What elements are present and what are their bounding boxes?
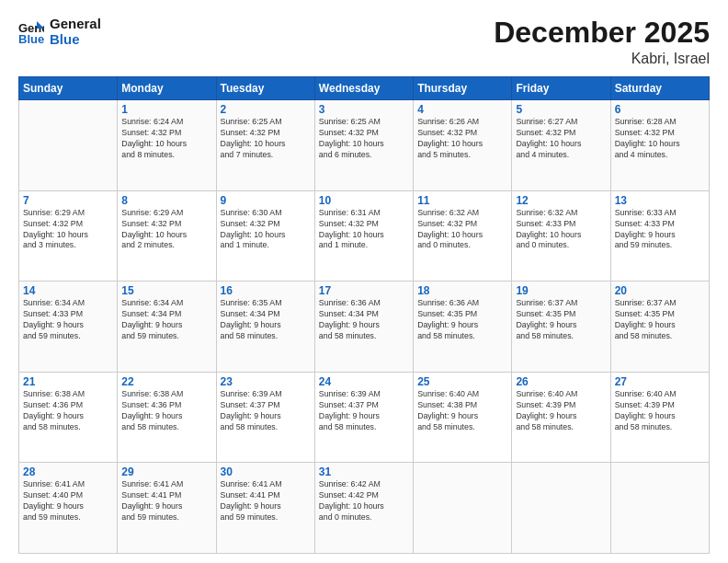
day-number: 10 (319, 194, 409, 207)
day-header-saturday: Saturday (610, 77, 709, 100)
calendar-cell (512, 463, 610, 554)
calendar-cell: 21Sunrise: 6:38 AM Sunset: 4:36 PM Dayli… (19, 372, 118, 463)
day-header-monday: Monday (118, 77, 216, 100)
day-number: 15 (121, 284, 211, 297)
day-number: 24 (319, 375, 409, 388)
calendar-cell: 20Sunrise: 6:37 AM Sunset: 4:35 PM Dayli… (610, 282, 709, 373)
day-number: 17 (319, 284, 409, 297)
calendar-cell (19, 100, 118, 191)
calendar-cell: 17Sunrise: 6:36 AM Sunset: 4:34 PM Dayli… (314, 282, 413, 373)
svg-text:Blue: Blue (18, 32, 44, 45)
cell-content: Sunrise: 6:40 AM Sunset: 4:39 PM Dayligh… (516, 389, 606, 433)
day-number: 26 (516, 375, 606, 388)
page: General Blue General Blue December 2025 … (0, 0, 728, 563)
day-number: 3 (319, 103, 409, 116)
calendar-cell: 30Sunrise: 6:41 AM Sunset: 4:41 PM Dayli… (216, 463, 314, 554)
calendar-cell: 4Sunrise: 6:26 AM Sunset: 4:32 PM Daylig… (414, 100, 512, 191)
cell-content: Sunrise: 6:31 AM Sunset: 4:32 PM Dayligh… (319, 208, 409, 252)
day-number: 5 (516, 103, 606, 116)
day-number: 25 (417, 375, 507, 388)
day-number: 23 (221, 375, 311, 388)
day-number: 28 (23, 465, 113, 478)
calendar-cell: 23Sunrise: 6:39 AM Sunset: 4:37 PM Dayli… (216, 372, 314, 463)
day-number: 8 (121, 194, 211, 207)
day-number: 21 (23, 375, 113, 388)
cell-content: Sunrise: 6:41 AM Sunset: 4:41 PM Dayligh… (221, 479, 311, 523)
day-number: 2 (221, 103, 311, 116)
day-number: 1 (121, 103, 211, 116)
day-header-wednesday: Wednesday (314, 77, 413, 100)
day-number: 16 (221, 284, 311, 297)
calendar-cell: 3Sunrise: 6:25 AM Sunset: 4:32 PM Daylig… (314, 100, 413, 191)
cell-content: Sunrise: 6:29 AM Sunset: 4:32 PM Dayligh… (121, 208, 211, 252)
day-number: 14 (23, 284, 113, 297)
cell-content: Sunrise: 6:42 AM Sunset: 4:42 PM Dayligh… (319, 479, 409, 523)
calendar-cell: 10Sunrise: 6:31 AM Sunset: 4:32 PM Dayli… (314, 190, 413, 282)
logo-blue: Blue (50, 32, 101, 48)
day-header-friday: Friday (512, 77, 610, 100)
cell-content: Sunrise: 6:28 AM Sunset: 4:32 PM Dayligh… (615, 117, 705, 161)
calendar-cell: 15Sunrise: 6:34 AM Sunset: 4:34 PM Dayli… (118, 282, 216, 373)
cell-content: Sunrise: 6:32 AM Sunset: 4:32 PM Dayligh… (417, 208, 507, 252)
calendar-table: SundayMondayTuesdayWednesdayThursdayFrid… (18, 76, 710, 554)
calendar-cell: 28Sunrise: 6:41 AM Sunset: 4:40 PM Dayli… (19, 463, 118, 554)
day-number: 22 (121, 375, 211, 388)
calendar-cell: 16Sunrise: 6:35 AM Sunset: 4:34 PM Dayli… (216, 282, 314, 373)
calendar-cell: 13Sunrise: 6:33 AM Sunset: 4:33 PM Dayli… (610, 190, 709, 282)
calendar-cell: 5Sunrise: 6:27 AM Sunset: 4:32 PM Daylig… (512, 100, 610, 191)
calendar-cell: 8Sunrise: 6:29 AM Sunset: 4:32 PM Daylig… (118, 190, 216, 282)
cell-content: Sunrise: 6:37 AM Sunset: 4:35 PM Dayligh… (516, 298, 606, 342)
logo-general: General (50, 17, 101, 32)
cell-content: Sunrise: 6:40 AM Sunset: 4:39 PM Dayligh… (615, 389, 705, 433)
calendar-cell: 1Sunrise: 6:24 AM Sunset: 4:32 PM Daylig… (118, 100, 216, 191)
day-header-tuesday: Tuesday (216, 77, 314, 100)
logo-icon: General Blue (18, 19, 44, 45)
day-number: 4 (417, 103, 507, 116)
calendar-cell: 11Sunrise: 6:32 AM Sunset: 4:32 PM Dayli… (414, 190, 512, 282)
calendar-cell (610, 463, 709, 554)
day-number: 18 (417, 284, 507, 297)
calendar-cell: 12Sunrise: 6:32 AM Sunset: 4:33 PM Dayli… (512, 190, 610, 282)
cell-content: Sunrise: 6:34 AM Sunset: 4:34 PM Dayligh… (121, 298, 211, 342)
day-number: 20 (615, 284, 705, 297)
cell-content: Sunrise: 6:38 AM Sunset: 4:36 PM Dayligh… (121, 389, 211, 433)
day-number: 6 (615, 103, 705, 116)
day-number: 9 (221, 194, 311, 207)
calendar-cell: 24Sunrise: 6:39 AM Sunset: 4:37 PM Dayli… (314, 372, 413, 463)
day-header-thursday: Thursday (414, 77, 512, 100)
calendar-week-1: 1Sunrise: 6:24 AM Sunset: 4:32 PM Daylig… (19, 100, 710, 191)
day-number: 30 (221, 465, 311, 478)
day-number: 19 (516, 284, 606, 297)
calendar-week-3: 14Sunrise: 6:34 AM Sunset: 4:33 PM Dayli… (19, 282, 710, 373)
calendar-cell: 19Sunrise: 6:37 AM Sunset: 4:35 PM Dayli… (512, 282, 610, 373)
cell-content: Sunrise: 6:26 AM Sunset: 4:32 PM Dayligh… (417, 117, 507, 161)
calendar-header-row: SundayMondayTuesdayWednesdayThursdayFrid… (19, 77, 710, 100)
header: General Blue General Blue December 2025 … (18, 17, 710, 67)
month-title: December 2025 (494, 17, 710, 49)
day-number: 27 (615, 375, 705, 388)
day-number: 7 (23, 194, 113, 207)
day-number: 12 (516, 194, 606, 207)
calendar-cell: 6Sunrise: 6:28 AM Sunset: 4:32 PM Daylig… (610, 100, 709, 191)
calendar-cell: 18Sunrise: 6:36 AM Sunset: 4:35 PM Dayli… (414, 282, 512, 373)
day-header-sunday: Sunday (19, 77, 118, 100)
calendar-week-5: 28Sunrise: 6:41 AM Sunset: 4:40 PM Dayli… (19, 463, 710, 554)
cell-content: Sunrise: 6:27 AM Sunset: 4:32 PM Dayligh… (516, 117, 606, 161)
day-number: 13 (615, 194, 705, 207)
logo: General Blue General Blue (18, 17, 101, 47)
cell-content: Sunrise: 6:25 AM Sunset: 4:32 PM Dayligh… (319, 117, 409, 161)
cell-content: Sunrise: 6:41 AM Sunset: 4:40 PM Dayligh… (23, 479, 113, 523)
calendar-cell: 2Sunrise: 6:25 AM Sunset: 4:32 PM Daylig… (216, 100, 314, 191)
cell-content: Sunrise: 6:29 AM Sunset: 4:32 PM Dayligh… (23, 208, 113, 252)
calendar-week-4: 21Sunrise: 6:38 AM Sunset: 4:36 PM Dayli… (19, 372, 710, 463)
calendar-cell (414, 463, 512, 554)
cell-content: Sunrise: 6:30 AM Sunset: 4:32 PM Dayligh… (221, 208, 311, 252)
cell-content: Sunrise: 6:32 AM Sunset: 4:33 PM Dayligh… (516, 208, 606, 252)
cell-content: Sunrise: 6:38 AM Sunset: 4:36 PM Dayligh… (23, 389, 113, 433)
day-number: 11 (417, 194, 507, 207)
location: Kabri, Israel (494, 51, 710, 67)
calendar-cell: 14Sunrise: 6:34 AM Sunset: 4:33 PM Dayli… (19, 282, 118, 373)
cell-content: Sunrise: 6:39 AM Sunset: 4:37 PM Dayligh… (319, 389, 409, 433)
calendar-cell: 22Sunrise: 6:38 AM Sunset: 4:36 PM Dayli… (118, 372, 216, 463)
cell-content: Sunrise: 6:34 AM Sunset: 4:33 PM Dayligh… (23, 298, 113, 342)
